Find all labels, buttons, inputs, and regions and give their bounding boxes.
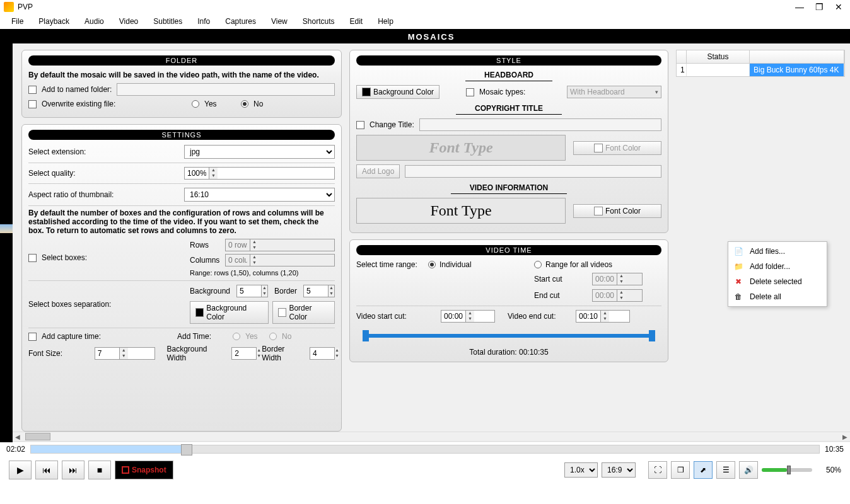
app-icon [4, 2, 14, 12]
menu-playback[interactable]: Playback [31, 14, 77, 28]
bgwidth-spinner[interactable]: ▲▼ [231, 347, 257, 360]
select-boxes-check[interactable] [28, 254, 37, 262]
volume-value: 50% [816, 466, 841, 474]
border-sep-spinner[interactable]: ▲▼ [303, 285, 335, 297]
mosaic-types-check[interactable] [466, 88, 474, 96]
overwrite-check[interactable] [28, 100, 37, 108]
fullscreen-button[interactable]: ⛶ [648, 461, 667, 479]
menu-help[interactable]: Help [370, 14, 401, 28]
rows-spinner[interactable]: ▲▼ [225, 239, 335, 251]
strip-thumbnail [0, 224, 13, 233]
menu-info[interactable]: Info [190, 14, 218, 28]
menu-edit[interactable]: Edit [342, 14, 370, 28]
seek-bar: 02:02 10:35 [0, 442, 850, 456]
quality-spinner[interactable]: ▲▼ [184, 167, 335, 180]
style-card: STYLE HEADBOARD Background Color Mosaic … [349, 50, 668, 233]
capture-time-check[interactable] [28, 333, 37, 341]
change-title-check[interactable] [356, 121, 364, 129]
change-title-label: Change Title: [370, 120, 414, 129]
ctx-delete-all[interactable]: 🗑Delete all [730, 289, 825, 304]
videotime-card: VIDEO TIME Select time range: Individual… [349, 239, 668, 362]
startcut-spinner[interactable]: ▲▼ [592, 273, 643, 285]
context-menu: 📄Add files... 📁Add folder... ✖Delete sel… [728, 241, 827, 307]
ctx-delete-selected[interactable]: ✖Delete selected [730, 274, 825, 289]
menu-captures[interactable]: Captures [218, 14, 264, 28]
add-time-label: Add Time: [177, 332, 228, 341]
overwrite-no-radio[interactable] [241, 100, 248, 108]
playlist-button[interactable]: ☰ [716, 461, 735, 479]
rangeall-radio[interactable] [534, 261, 542, 268]
borderwidth-label: Border Width [262, 345, 305, 362]
menu-shortcuts[interactable]: Shortcuts [295, 14, 342, 28]
status-hdr[interactable]: Status [687, 50, 750, 63]
cols-spinner[interactable]: ▲▼ [225, 254, 335, 266]
ratio-select[interactable]: 16:9 [602, 462, 636, 478]
menu-audio[interactable]: Audio [77, 14, 112, 28]
cursor-button[interactable]: ⬈ [694, 461, 713, 479]
add-named-input[interactable] [117, 83, 335, 96]
next-button[interactable]: ⏭ [62, 461, 84, 479]
bg-color-btn[interactable]: Background Color [190, 301, 269, 324]
trash-icon: 🗑 [733, 292, 743, 302]
record-icon [122, 466, 129, 474]
stop-button[interactable]: ■ [88, 461, 111, 479]
control-bar: ▶ ⏮ ⏭ ■ Snapshot 1.0x 16:9 ⛶ ❐ ⬈ ☰ 🔊 50% [0, 456, 850, 484]
copyright-title: COPYRIGHT TITLE [456, 104, 562, 115]
addtime-yes-radio[interactable] [233, 333, 240, 340]
fontsize-spinner[interactable]: ▲▼ [95, 347, 156, 360]
settings-title: SETTINGS [28, 130, 335, 140]
pip-button[interactable]: ❐ [671, 461, 690, 479]
h-scrollbar[interactable]: ◀ ▶ [13, 432, 850, 442]
add-logo-btn[interactable]: Add Logo [356, 164, 400, 178]
style-title: STYLE [356, 55, 661, 66]
play-button[interactable]: ▶ [9, 461, 32, 479]
table-row[interactable]: 1 Big Buck Bunny 60fps 4K [677, 64, 844, 76]
mute-button[interactable]: 🔊 [739, 461, 758, 479]
startcut-label: Start cut [534, 275, 588, 284]
rows-label: Rows [190, 241, 221, 249]
aspect-select[interactable]: 16:10 [184, 188, 335, 202]
menu-file[interactable]: File [4, 14, 31, 28]
maximize-button[interactable]: ❐ [815, 2, 824, 12]
ext-select[interactable]: jpg [184, 145, 335, 159]
settings-card: SETTINGS Select extension: jpg Select qu… [21, 124, 342, 432]
border-color-btn[interactable]: Border Color [272, 301, 335, 324]
sep-label: Select boxes separation: [28, 300, 185, 309]
endcut-spinner[interactable]: ▲▼ [592, 289, 643, 302]
bg-sep-spinner[interactable]: ▲▼ [236, 285, 268, 297]
add-named-check[interactable] [28, 86, 37, 94]
menu-view[interactable]: View [264, 14, 295, 28]
overwrite-no-label: No [253, 100, 263, 108]
time-range-slider[interactable] [363, 329, 655, 341]
mosaic-types-select[interactable]: With Headboard [567, 86, 661, 98]
vidend-spinner[interactable]: ▲▼ [576, 310, 630, 323]
vidstart-spinner[interactable]: ▲▼ [441, 310, 495, 323]
volume-slider[interactable] [762, 468, 812, 472]
close-button[interactable]: ✕ [835, 2, 842, 12]
menu-video[interactable]: Video [112, 14, 146, 28]
borderwidth-spinner[interactable]: ▲▼ [310, 347, 335, 360]
copyright-fontcolor-btn[interactable]: Font Color [573, 141, 661, 155]
seek-track[interactable] [30, 445, 820, 454]
addtime-no-radio[interactable] [269, 333, 277, 340]
left-strip [0, 30, 13, 442]
overwrite-yes-radio[interactable] [192, 100, 199, 108]
prev-button[interactable]: ⏮ [35, 461, 58, 479]
capture-time-label: Add capture time: [42, 332, 101, 341]
ctx-add-folder[interactable]: 📁Add folder... [730, 259, 825, 274]
menu-subtitles[interactable]: Subtitles [146, 14, 190, 28]
minimize-button[interactable]: — [795, 2, 804, 12]
total-duration: Total duration: 00:10:35 [356, 348, 661, 357]
speed-select[interactable]: 1.0x [564, 462, 598, 478]
style-bgcolor-btn[interactable]: Background Color [356, 85, 440, 99]
snapshot-button[interactable]: Snapshot [115, 461, 173, 479]
videoinfo-font-btn[interactable]: Font Type [356, 198, 566, 224]
ctx-add-files[interactable]: 📄Add files... [730, 244, 825, 259]
videoinfo-fontcolor-btn[interactable]: Font Color [573, 204, 661, 218]
individual-radio[interactable] [428, 261, 436, 268]
copyright-font-btn[interactable]: Font Type [356, 135, 566, 161]
change-title-input[interactable] [419, 118, 661, 131]
logo-path-input[interactable] [405, 165, 661, 178]
app-title: PVP [18, 3, 33, 11]
menubar: File Playback Audio Video Subtitles Info… [0, 14, 850, 29]
